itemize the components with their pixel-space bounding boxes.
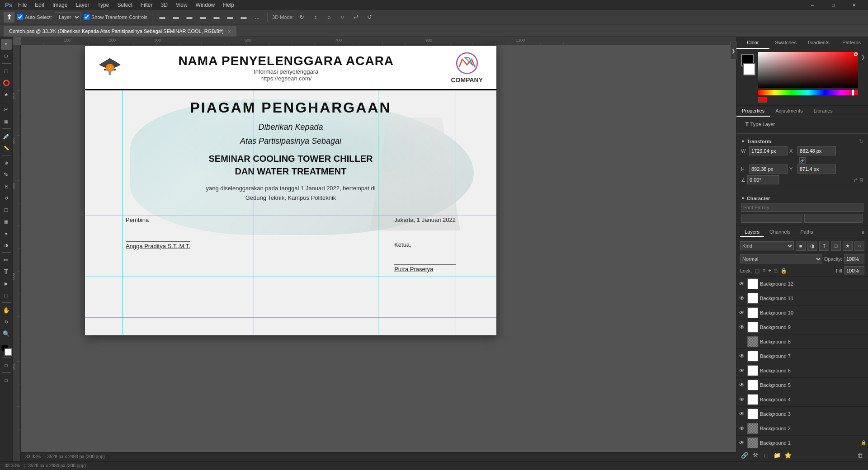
crop-tool-btn[interactable]: ✂	[1, 104, 12, 115]
layer-item[interactable]: 👁Background 7	[736, 349, 868, 363]
tab-close-btn[interactable]: ✕	[227, 29, 231, 34]
new-group-btn[interactable]: 📁	[773, 451, 782, 460]
maximize-btn[interactable]: □	[823, 0, 844, 10]
3d-rotate-btn[interactable]: ↻	[297, 12, 307, 23]
lock-proportions-btn[interactable]: 🔗	[799, 157, 806, 164]
panel-collapse-btn[interactable]: ❯	[730, 42, 736, 60]
show-transform-checkbox[interactable]	[84, 14, 90, 20]
add-effect-btn[interactable]: ⚒	[751, 451, 760, 460]
gradient-btn[interactable]: ▦	[1, 216, 12, 227]
menu-image[interactable]: Image	[49, 1, 71, 9]
filter-shape-btn[interactable]: □	[831, 241, 841, 251]
align-h-btn[interactable]: ▬	[238, 12, 249, 23]
gradients-tab[interactable]: Gradients	[802, 37, 835, 49]
screen-mode-btn[interactable]: □	[1, 375, 12, 385]
menu-layer[interactable]: Layer	[72, 1, 93, 9]
lock-transparent-icon[interactable]: ▢	[755, 268, 760, 274]
color-panel-expand-btn[interactable]: ❯	[861, 54, 865, 60]
dodge-btn[interactable]: ◑	[1, 240, 12, 250]
transform-reset-icon[interactable]: ↻	[859, 138, 863, 145]
layer-visibility-toggle[interactable]: 👁	[738, 352, 745, 360]
filter-toggle-btn[interactable]: ○	[854, 241, 864, 251]
3d-zoom-btn[interactable]: ⌕	[324, 12, 335, 23]
minimize-btn[interactable]: –	[802, 0, 823, 10]
layer-item[interactable]: 👁Background 11	[736, 291, 868, 306]
magic-wand-btn[interactable]: ★	[1, 89, 12, 100]
document-canvas[interactable]: ✓ NAMA PENYELENGGARA ACARA Informasi pen…	[85, 46, 496, 335]
doc-tab[interactable]: Contoh.psd @ 33.3% (Diberikan Kepada Ata…	[4, 26, 236, 37]
menu-edit[interactable]: Edit	[31, 1, 48, 9]
menu-filter[interactable]: Filter	[137, 1, 156, 9]
color-spectrum[interactable]	[758, 52, 858, 88]
flip-h-btn[interactable]: ⇄	[854, 177, 858, 183]
character-section-title[interactable]: ▼ Character	[741, 196, 863, 201]
hue-slider[interactable]	[758, 90, 858, 95]
eyedropper-btn[interactable]: 💉	[1, 131, 12, 141]
paths-tab[interactable]: Paths	[796, 228, 818, 237]
rotation-input[interactable]	[747, 175, 779, 184]
shape-btn[interactable]: □	[1, 290, 12, 301]
align-center-btn[interactable]: ▬	[170, 12, 181, 23]
new-layer-btn[interactable]: ⭐	[783, 451, 793, 460]
layer-select[interactable]: Layer	[55, 12, 81, 22]
ps-icon[interactable]: Ps	[4, 0, 14, 10]
menu-type[interactable]: Type	[94, 1, 113, 9]
menu-file[interactable]: File	[14, 1, 30, 9]
layer-visibility-toggle[interactable]: 👁	[738, 295, 745, 302]
layer-item[interactable]: 👁Background 9	[736, 320, 868, 334]
frame-tool-btn[interactable]: ▦	[1, 116, 12, 127]
layer-visibility-toggle[interactable]: 👁	[738, 309, 745, 316]
hand-btn[interactable]: ✋	[1, 305, 12, 315]
layer-kind-filter[interactable]: Kind	[740, 241, 794, 250]
width-input[interactable]	[749, 146, 788, 155]
close-btn[interactable]: ✕	[844, 0, 864, 10]
font-style-input[interactable]	[741, 214, 802, 223]
lock-image-icon[interactable]: ≡	[762, 268, 765, 274]
marquee-tool-btn[interactable]: □	[1, 66, 12, 76]
history-btn[interactable]: ↺	[1, 193, 12, 203]
background-swatch[interactable]	[743, 63, 755, 75]
add-link-btn[interactable]: 🔗	[740, 451, 749, 460]
menu-help[interactable]: Help	[219, 1, 238, 9]
layer-item[interactable]: 👁Background 2	[736, 421, 868, 436]
layer-visibility-toggle[interactable]: 👁	[738, 425, 745, 432]
3d-slide-btn[interactable]: ⇄	[351, 12, 362, 23]
transform-section-title[interactable]: ▼ Transform ↻	[741, 138, 863, 145]
layer-item[interactable]: 👁Background 4	[736, 392, 868, 407]
canvas-area[interactable]: 100 200 300 500 700 900 1100	[13, 37, 736, 461]
eraser-btn[interactable]: □	[1, 204, 12, 215]
align-top-btn[interactable]: ▬	[198, 12, 208, 23]
move-tool-icon[interactable]: ⬆	[4, 12, 14, 23]
layer-item[interactable]: 👁Background 10	[736, 306, 868, 320]
libraries-tab[interactable]: Libraries	[808, 106, 838, 117]
y-input[interactable]	[797, 164, 836, 174]
brush-btn[interactable]: ✎	[1, 169, 12, 180]
layer-visibility-toggle[interactable]: 👁	[738, 410, 745, 418]
background-color[interactable]	[5, 348, 12, 356]
artboard-tool-btn[interactable]: ⬡	[1, 51, 12, 61]
properties-tab[interactable]: Properties	[736, 106, 770, 117]
layer-item[interactable]: 👁Background 3	[736, 407, 868, 421]
layer-item[interactable]: 👁Background 5	[736, 378, 868, 392]
rotate-view-btn[interactable]: ↻	[1, 316, 12, 327]
delete-layer-btn[interactable]: 🗑	[855, 451, 864, 460]
layer-visibility-toggle[interactable]: 👁	[738, 396, 745, 403]
auto-select-checkbox[interactable]	[17, 14, 23, 20]
pen-btn[interactable]: ✏	[1, 254, 12, 265]
layer-visibility-toggle[interactable]: 👁	[738, 381, 745, 389]
3d-orbit-btn[interactable]: ○	[337, 12, 348, 23]
3d-roll-btn[interactable]: ↺	[364, 12, 375, 23]
layer-list[interactable]: 👁Background 12👁Background 11👁Background …	[736, 277, 868, 449]
lock-artboard-icon[interactable]: □	[774, 268, 777, 274]
adjustments-tab[interactable]: Adjustments	[770, 106, 808, 117]
x-input[interactable]	[797, 146, 836, 155]
color-boxes[interactable]	[1, 345, 12, 356]
menu-view[interactable]: View	[172, 1, 191, 9]
channels-tab[interactable]: Channels	[765, 228, 795, 237]
zoom-btn[interactable]: 🔍	[1, 328, 12, 339]
filter-smart-btn[interactable]: ★	[843, 241, 853, 251]
align-bottom-btn[interactable]: ▬	[225, 12, 236, 23]
flip-v-btn[interactable]: ⇅	[859, 177, 863, 183]
layers-tab[interactable]: Layers	[740, 228, 764, 237]
menu-3d[interactable]: 3D	[157, 1, 171, 9]
